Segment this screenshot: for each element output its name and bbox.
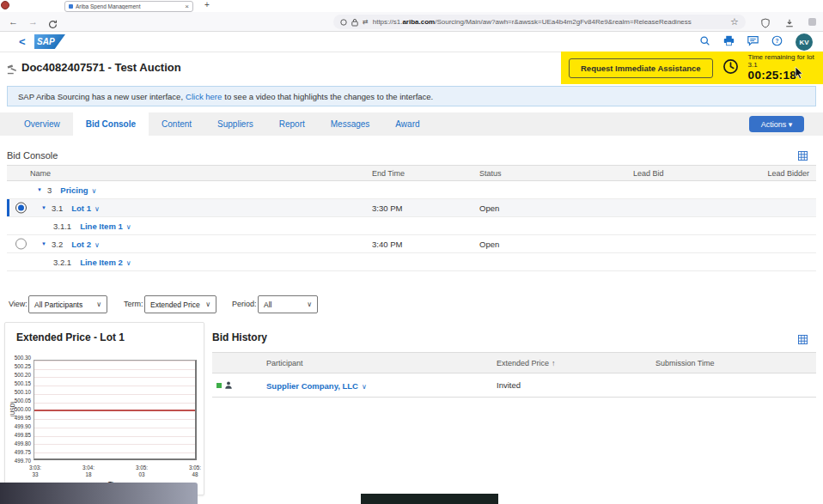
col-participant: Participant — [212, 359, 497, 367]
tab-favicon-icon — [69, 4, 73, 9]
chevron-down-icon: ∨ — [307, 301, 312, 308]
chevron-down-icon: ∨ — [96, 301, 101, 308]
chevron-down-icon[interactable]: ∨ — [126, 259, 131, 267]
lot1-radio[interactable] — [15, 203, 27, 214]
request-assistance-button[interactable]: Request Immediate Assistance — [569, 58, 713, 78]
chart-x-ticks: 3:03: 333:04: 18 3:05: 033:05: 48 — [21, 465, 210, 478]
url-text: https://s1.ariba.com/Sourcing/Main/aw?aw… — [373, 18, 692, 26]
historical-price-line — [34, 410, 195, 411]
table-settings-icon[interactable] — [798, 332, 808, 348]
download-icon[interactable] — [785, 16, 794, 32]
tab-bid-console[interactable]: Bid Console — [73, 112, 149, 136]
tab-suppliers[interactable]: Suppliers — [204, 112, 266, 136]
back-icon[interactable]: ← — [9, 15, 18, 27]
new-ui-banner: SAP Ariba Sourcing has a new user interf… — [7, 86, 816, 106]
table-header: Name End Time Status Lead Bid Lead Bidde… — [7, 165, 816, 181]
view-label: View: — [9, 300, 27, 308]
search-icon[interactable] — [699, 34, 710, 50]
tab-content[interactable]: Content — [149, 112, 204, 136]
expand-triangle-icon[interactable]: ▼ — [37, 187, 42, 192]
period-select[interactable]: All∨ — [258, 295, 318, 313]
forward-icon[interactable]: → — [28, 15, 38, 27]
line-item1-link[interactable]: Line Item 1 — [80, 222, 123, 231]
time-remaining-value: 00:25:18 — [748, 69, 823, 82]
chevron-down-icon[interactable]: ∨ — [126, 223, 131, 231]
tab-award[interactable]: Award — [382, 112, 432, 136]
time-remaining: Time remaining for lot 3.1 00:25:18 — [748, 53, 823, 82]
bid-console-title: Bid Console — [7, 150, 58, 161]
title-bar: Doc4082407571 - Test Auction Request Imm… — [0, 52, 823, 84]
view-select[interactable]: All Participants∨ — [28, 295, 107, 313]
banner-link[interactable]: Click here — [186, 92, 222, 101]
page: Ariba Spend Management × + ← → ⇄ https:/… — [0, 0, 823, 504]
help-icon[interactable]: ? — [771, 34, 783, 50]
table-row-pricing: ▼ 3Pricing∨ — [7, 181, 816, 199]
page-title: Doc4082407571 - Test Auction — [21, 61, 181, 74]
chevron-down-icon[interactable]: ∨ — [94, 241, 100, 249]
person-icon — [224, 380, 233, 392]
tab-title: Ariba Spend Management — [76, 3, 182, 9]
nav-tabstrip: Overview Bid Console Content Suppliers R… — [0, 112, 823, 136]
browser-tabbar: Ariba Spend Management × + — [0, 0, 823, 12]
feedback-icon[interactable] — [747, 34, 759, 50]
lock-icon — [351, 18, 358, 27]
chevron-down-icon[interactable]: ∨ — [362, 382, 367, 390]
taskbar-fragment — [361, 494, 498, 504]
auction-highlight-band: Request Immediate Assistance Time remain… — [561, 52, 823, 84]
lot2-radio[interactable] — [15, 239, 27, 250]
url-input[interactable]: ⇄ https://s1.ariba.com/Sourcing/Main/aw?… — [333, 15, 746, 29]
bookmark-star-icon[interactable]: ☆ — [730, 15, 739, 27]
expand-triangle-icon[interactable]: ▼ — [41, 205, 46, 210]
chart-plot-area — [34, 360, 197, 460]
tab-report[interactable]: Report — [266, 112, 318, 136]
tab-overview[interactable]: Overview — [11, 112, 73, 136]
print-icon[interactable] — [723, 34, 735, 50]
bid-history-table: Participant Extended Price↑ Submission T… — [212, 352, 816, 398]
pricing-link[interactable]: Pricing — [60, 185, 88, 195]
back-chevron-icon[interactable]: < — [19, 35, 26, 48]
clock-icon — [722, 58, 739, 78]
bid-history-title: Bid History — [212, 331, 267, 343]
table-row-lot2: ▼ 3.2Lot 2∨ 3:40 PM Open — [7, 235, 816, 253]
term-label: Term: — [124, 300, 143, 308]
browser-tab[interactable]: Ariba Spend Management × — [64, 1, 193, 12]
lot1-link[interactable]: Lot 1 — [71, 203, 91, 213]
table-row-line-item2: 3.2.1Line Item 2∨ — [7, 253, 816, 271]
col-extended-price[interactable]: Extended Price↑ — [497, 359, 655, 367]
tab-messages[interactable]: Messages — [318, 112, 383, 136]
supplier-link[interactable]: Supplier Company, LLC — [266, 380, 358, 390]
table-settings-icon[interactable] — [798, 149, 808, 164]
online-status-icon — [216, 383, 222, 388]
shield-icon[interactable] — [761, 16, 770, 32]
banner-text: to see a video that highlights the chang… — [224, 92, 433, 101]
chevron-down-icon[interactable]: ∨ — [94, 205, 100, 213]
col-lead-bidder: Lead Bidder — [696, 169, 816, 178]
col-submission-time: Submission Time — [655, 359, 816, 367]
reload-icon[interactable] — [48, 17, 58, 33]
close-icon[interactable]: × — [185, 3, 189, 10]
actions-button[interactable]: Actions ▾ — [749, 116, 804, 132]
line-item2-link[interactable]: Line Item 2 — [80, 258, 123, 267]
expand-triangle-icon[interactable]: ▼ — [41, 241, 46, 246]
supplier-bid-status: Invited — [497, 380, 655, 390]
lot2-status: Open — [479, 240, 601, 249]
sort-ascending-icon: ↑ — [552, 359, 556, 367]
extension-icon[interactable] — [808, 18, 816, 26]
lot2-link[interactable]: Lot 2 — [71, 240, 91, 249]
lot1-status: Open — [479, 203, 601, 213]
table-row-lot1: ▼ 3.1Lot 1∨ 3:30 PM Open — [7, 199, 816, 217]
table-row-supplier: Supplier Company, LLC∨ Invited — [212, 373, 816, 398]
chevron-down-icon: ∨ — [205, 301, 210, 308]
banner-text: SAP Ariba Sourcing has a new user interf… — [18, 92, 183, 101]
term-select[interactable]: Extended Price∨ — [144, 295, 216, 313]
new-tab-button[interactable]: + — [204, 0, 210, 9]
screen-overlay — [0, 483, 198, 504]
site-permissions-icon: ⇄ — [363, 18, 369, 26]
chevron-down-icon[interactable]: ∨ — [92, 187, 97, 195]
sap-header: < SAP ? KV — [0, 32, 823, 52]
bid-console-table: Name End Time Status Lead Bid Lead Bidde… — [7, 165, 816, 271]
col-name: Name — [7, 169, 372, 178]
avatar[interactable]: KV — [796, 33, 813, 51]
col-lead-bid: Lead Bid — [601, 169, 696, 178]
col-end-time: End Time — [372, 169, 479, 178]
